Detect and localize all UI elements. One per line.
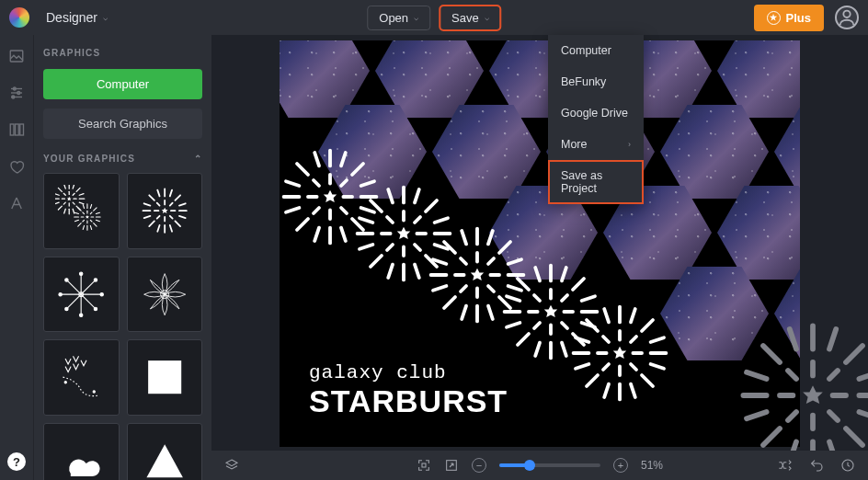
- text-icon[interactable]: [8, 195, 25, 211]
- plus-upgrade-button[interactable]: ★ Plus: [754, 5, 824, 31]
- save-button[interactable]: Save ⌵: [440, 6, 501, 30]
- topbar: Designer ⌵ Open ⌵ Save ⌵ ★ Plus: [0, 0, 868, 35]
- svg-point-47: [65, 307, 68, 310]
- zoom-in-button[interactable]: +: [613, 458, 628, 473]
- chevron-down-icon: ⌵: [414, 13, 418, 22]
- artboard-title: STARBURST: [309, 383, 508, 419]
- svg-point-24: [843, 11, 850, 17]
- history-icon[interactable]: [840, 458, 855, 473]
- fit-screen-icon[interactable]: [417, 458, 431, 473]
- your-graphics-header[interactable]: YOUR GRAPHICS ⌃: [43, 154, 202, 164]
- save-menu-google-drive[interactable]: Google Drive: [548, 97, 644, 129]
- bottombar: − + 51%: [211, 451, 868, 480]
- computer-upload-button[interactable]: Computer: [43, 69, 202, 99]
- user-avatar[interactable]: [835, 6, 859, 29]
- graphic-thumbnail[interactable]: [127, 173, 203, 249]
- svg-rect-32: [10, 124, 14, 135]
- graphic-thumbnail[interactable]: [43, 257, 120, 333]
- svg-point-50: [93, 391, 95, 393]
- save-dropdown-menu: Computer BeFunky Google Drive More› Save…: [548, 35, 644, 204]
- canvas-area: galaxy club STARBURST: [211, 35, 868, 451]
- graphic-thumbnail[interactable]: [127, 339, 203, 416]
- panel-title: GRAPHICS: [43, 48, 202, 58]
- shuffle-icon[interactable]: [778, 458, 793, 473]
- svg-point-44: [65, 278, 68, 280]
- heart-icon[interactable]: [8, 158, 25, 175]
- svg-rect-53: [422, 463, 426, 467]
- save-menu-more[interactable]: More›: [548, 129, 644, 160]
- svg-marker-52: [146, 444, 182, 477]
- sliders-icon[interactable]: [8, 85, 25, 101]
- star-icon: ★: [767, 11, 781, 25]
- svg-point-49: [64, 382, 66, 383]
- svg-rect-33: [16, 124, 19, 135]
- svg-point-42: [59, 292, 62, 295]
- undo-icon[interactable]: [809, 458, 824, 473]
- artboard-text[interactable]: galaxy club STARBURST: [309, 362, 508, 419]
- save-menu-save-as-project[interactable]: Save as Project: [548, 160, 644, 204]
- svg-point-40: [80, 272, 83, 275]
- mode-label: Designer: [46, 10, 97, 25]
- graphic-thumbnail[interactable]: [127, 423, 203, 481]
- zoom-thumb[interactable]: [524, 460, 535, 471]
- search-graphics-button[interactable]: Search Graphics: [43, 109, 202, 139]
- svg-rect-34: [20, 124, 24, 135]
- chevron-right-icon: ›: [628, 140, 631, 149]
- svg-rect-25: [10, 51, 23, 62]
- svg-rect-51: [148, 360, 181, 394]
- chevron-down-icon: ⌵: [485, 13, 489, 22]
- mode-selector[interactable]: Designer ⌵: [39, 6, 115, 29]
- svg-point-45: [94, 307, 97, 310]
- zoom-value: 51%: [641, 459, 663, 472]
- image-icon[interactable]: [8, 48, 25, 64]
- svg-point-43: [100, 292, 103, 295]
- chevron-down-icon: ⌵: [103, 13, 108, 22]
- app-logo[interactable]: [9, 7, 29, 28]
- save-menu-befunky[interactable]: BeFunky: [548, 66, 644, 97]
- open-button[interactable]: Open ⌵: [367, 6, 430, 30]
- graphic-thumbnail[interactable]: [43, 339, 120, 416]
- graphics-grid: [43, 173, 202, 480]
- columns-icon[interactable]: [8, 121, 25, 138]
- svg-point-41: [80, 314, 83, 316]
- zoom-slider[interactable]: [499, 463, 600, 467]
- graphic-thumbnail[interactable]: [127, 257, 203, 333]
- graphics-sidebar: GRAPHICS Computer Search Graphics YOUR G…: [33, 35, 211, 480]
- chevron-up-icon: ⌃: [194, 154, 202, 164]
- svg-point-46: [94, 278, 97, 280]
- artboard[interactable]: galaxy club STARBURST: [280, 40, 800, 447]
- save-menu-computer[interactable]: Computer: [548, 35, 644, 66]
- layers-icon[interactable]: [224, 458, 239, 473]
- help-button[interactable]: ?: [7, 452, 26, 471]
- graphic-thumbnail[interactable]: [43, 173, 120, 249]
- artboard-subtitle: galaxy club: [309, 362, 508, 383]
- graphic-thumbnail[interactable]: [43, 423, 120, 481]
- zoom-out-button[interactable]: −: [472, 458, 486, 473]
- expand-icon[interactable]: [444, 458, 459, 473]
- left-rail: [0, 35, 33, 480]
